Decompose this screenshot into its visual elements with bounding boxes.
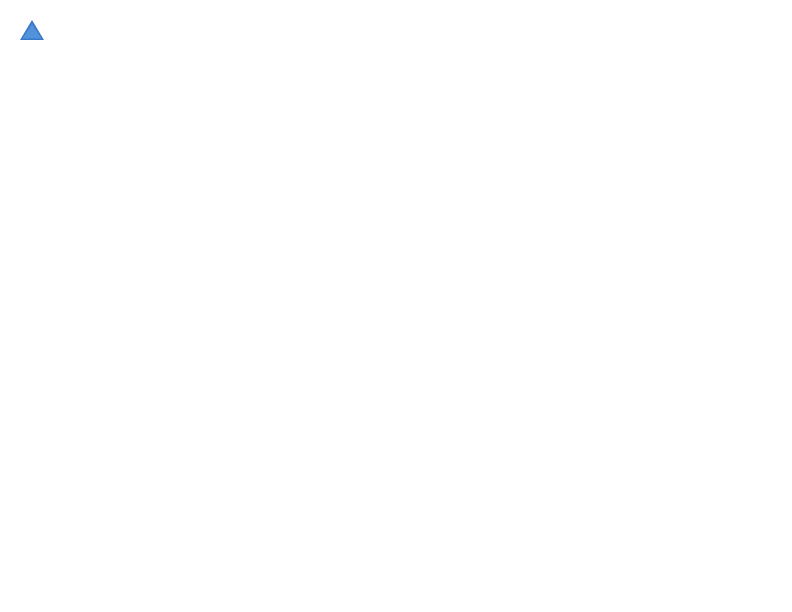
logo [16, 16, 52, 48]
logo-icon [16, 16, 48, 48]
header [16, 16, 776, 48]
